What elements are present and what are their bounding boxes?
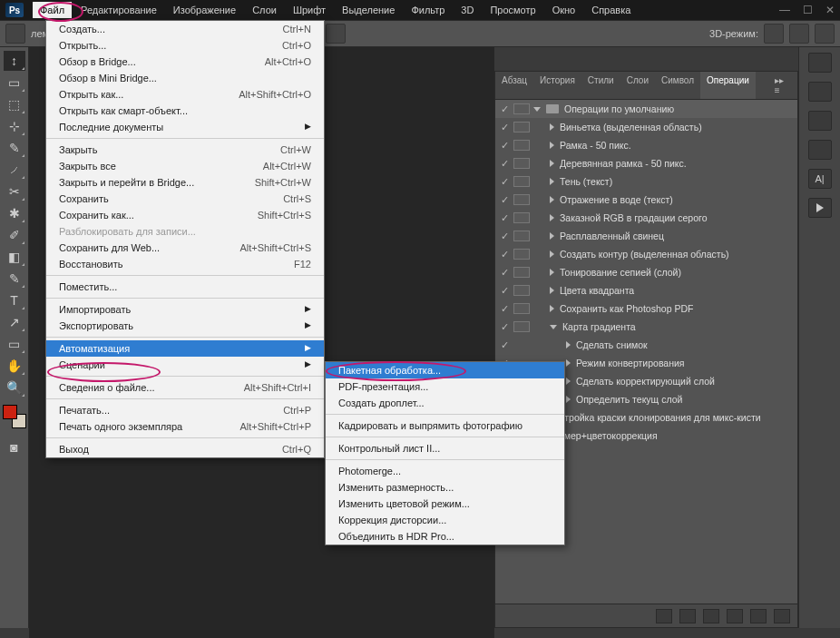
menu-item[interactable]: Открыть как смарт-объект... — [46, 103, 324, 119]
mode-3d-icon[interactable] — [789, 24, 809, 44]
action-row[interactable]: ✓Рамка - 50 пикс. — [495, 136, 797, 154]
menu-item[interactable]: Закрыть и перейти в Bridge...Shift+Ctrl+… — [46, 174, 324, 191]
tool-button[interactable]: ↕ — [4, 51, 25, 71]
panel-tab[interactable]: История — [533, 72, 581, 99]
menu-изображение[interactable]: Изображение — [166, 2, 243, 18]
action-row[interactable]: ✓Тонирование сепией (слой) — [495, 263, 797, 281]
menu-3d[interactable]: 3D — [454, 2, 481, 18]
close-icon[interactable]: ✕ — [825, 4, 835, 16]
submenu-item[interactable]: Объединить в HDR Pro... — [326, 528, 564, 545]
tool-button[interactable]: ⬚ — [4, 94, 25, 114]
stop-icon[interactable] — [656, 609, 672, 623]
menu-просмотр[interactable]: Просмотр — [483, 2, 542, 18]
submenu-item[interactable]: Пакетная обработка... — [326, 362, 564, 378]
tool-button[interactable]: ▭ — [4, 334, 25, 354]
submenu-item[interactable]: PDF-презентация... — [326, 378, 564, 395]
panel-icon[interactable] — [808, 53, 832, 73]
menu-item[interactable]: Импортировать▶ — [46, 301, 324, 318]
action-row[interactable]: ✓Цвета квадранта — [495, 281, 797, 299]
menu-item[interactable]: Сведения о файле...Alt+Shift+Ctrl+I — [46, 379, 324, 396]
distribute-icon[interactable] — [326, 24, 346, 44]
menu-item[interactable]: Закрыть всеAlt+Ctrl+W — [46, 158, 324, 174]
tool-button[interactable]: ⟋ — [4, 160, 25, 180]
panel-tab[interactable]: Операции — [700, 72, 756, 99]
menu-item[interactable]: Сценарии▶ — [46, 357, 324, 373]
menu-item[interactable]: Сохранить для Web...Alt+Shift+Ctrl+S — [46, 240, 324, 256]
menu-item[interactable]: Открыть...Ctrl+O — [46, 37, 324, 54]
menu-item[interactable]: ЗакрытьCtrl+W — [46, 142, 324, 158]
quickmask-icon[interactable]: ◙ — [4, 437, 25, 457]
menu-item[interactable]: Автоматизация▶ — [46, 340, 324, 357]
menu-окно[interactable]: Окно — [545, 2, 583, 18]
trash-icon[interactable] — [774, 609, 790, 623]
menu-item[interactable]: Поместить... — [46, 279, 324, 295]
record-icon[interactable] — [679, 609, 696, 623]
menu-item[interactable]: Последние документы▶ — [46, 119, 324, 135]
maximize-icon[interactable]: ☐ — [803, 4, 813, 16]
menu-шрифт[interactable]: Шрифт — [286, 2, 333, 18]
minimize-icon[interactable]: — — [779, 4, 790, 16]
submenu-item[interactable]: Создать дроплет... — [326, 395, 564, 411]
menu-item[interactable]: Создать...Ctrl+N — [46, 21, 324, 37]
action-row[interactable]: ✓Создать контур (выделенная область) — [495, 245, 797, 263]
play-icon[interactable] — [703, 609, 719, 623]
menu-item[interactable]: Печатать...Ctrl+P — [46, 402, 324, 418]
submenu-item[interactable]: Контрольный лист II... — [326, 440, 564, 456]
submenu-item[interactable]: Изменить размерность... — [326, 479, 564, 496]
tool-button[interactable]: ✱ — [4, 203, 25, 223]
play-panel-icon[interactable] — [808, 198, 832, 218]
menu-редактирование[interactable]: Редактирование — [73, 2, 164, 18]
mode-3d-icon[interactable] — [815, 24, 835, 44]
menu-item[interactable]: СохранитьCtrl+S — [46, 191, 324, 207]
menu-выделение[interactable]: Выделение — [335, 2, 402, 18]
tool-button[interactable]: ✎ — [4, 138, 25, 158]
menu-справка[interactable]: Справка — [584, 2, 638, 18]
action-row[interactable]: ✓Сохранить как Photoshop PDF — [495, 299, 797, 318]
tool-preset-icon[interactable] — [5, 24, 25, 44]
menu-item[interactable]: Обзор в Bridge...Alt+Ctrl+O — [46, 54, 324, 70]
menu-item[interactable]: Печать одного экземпляраAlt+Shift+Ctrl+P — [46, 418, 324, 435]
panel-icon[interactable] — [808, 111, 832, 131]
panel-tab[interactable]: Слои — [620, 72, 655, 99]
panel-icon[interactable] — [808, 82, 832, 102]
tool-button[interactable]: ↗ — [4, 312, 25, 332]
action-row[interactable]: ✓Тень (текст) — [495, 172, 797, 191]
submenu-item[interactable]: Photomerge... — [326, 463, 564, 479]
action-row[interactable]: ✓Сделать снимок — [495, 336, 797, 354]
tool-button[interactable]: ✋ — [4, 356, 25, 376]
tool-button[interactable]: T — [4, 290, 25, 310]
tool-button[interactable]: 🔍 — [4, 378, 25, 398]
menu-item[interactable]: Открыть как...Alt+Shift+Ctrl+O — [46, 86, 324, 103]
panel-menu-icon[interactable]: ▸▸ ≡ — [768, 72, 797, 99]
tool-button[interactable]: ✐ — [4, 225, 25, 245]
submenu-item[interactable]: Изменить цветовой режим... — [326, 496, 564, 512]
menu-item[interactable]: Обзор в Mini Bridge... — [46, 70, 324, 86]
panel-icon[interactable]: A| — [808, 169, 832, 189]
color-swatches[interactable] — [3, 405, 26, 428]
menu-item[interactable]: Сохранить как...Shift+Ctrl+S — [46, 207, 324, 223]
tool-button[interactable]: ✎ — [4, 269, 25, 289]
menu-фильтр[interactable]: Фильтр — [404, 2, 452, 18]
action-row[interactable]: ✓Расплавленный свинец — [495, 227, 797, 245]
action-row[interactable]: ✓Операции по умолчанию — [495, 100, 797, 118]
menu-item[interactable]: ВосстановитьF12 — [46, 256, 324, 272]
menu-item[interactable]: Экспортировать▶ — [46, 318, 324, 334]
action-row[interactable]: ✓Карта градиента — [495, 318, 797, 336]
panel-icon[interactable] — [808, 140, 832, 160]
submenu-item[interactable]: Коррекция дисторсии... — [326, 512, 564, 528]
panel-tab[interactable]: Абзац — [495, 72, 533, 99]
submenu-item[interactable]: Кадрировать и выпрямить фотографию — [326, 417, 564, 434]
panel-tab[interactable]: Символ — [655, 72, 700, 99]
menu-item[interactable]: ВыходCtrl+Q — [46, 441, 324, 457]
menu-файл[interactable]: Файл — [33, 2, 72, 18]
new-set-icon[interactable] — [727, 609, 743, 623]
action-row[interactable]: ✓Деревянная рамка - 50 пикс. — [495, 154, 797, 172]
tool-button[interactable]: ◧ — [4, 247, 25, 267]
panel-tab[interactable]: Стили — [581, 72, 620, 99]
action-row[interactable]: ✓Заказной RGB в градации серого — [495, 209, 797, 227]
tool-button[interactable]: ▭ — [4, 73, 25, 93]
action-row[interactable]: ✓Отражение в воде (текст) — [495, 191, 797, 209]
action-row[interactable]: ✓Виньетка (выделенная область) — [495, 118, 797, 136]
new-action-icon[interactable] — [750, 609, 767, 623]
menu-слои[interactable]: Слои — [245, 2, 284, 18]
